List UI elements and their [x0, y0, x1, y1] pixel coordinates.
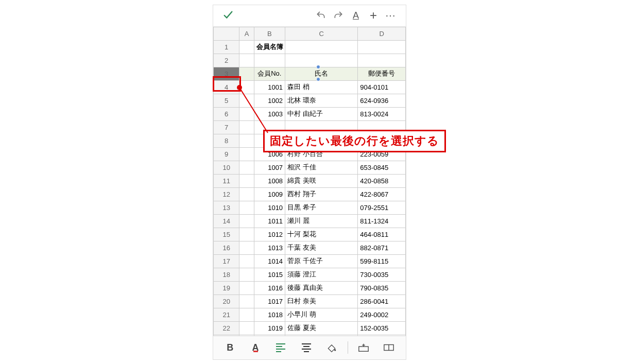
cell-C6[interactable]: 中村 由紀子 — [285, 107, 358, 120]
cell-D2[interactable] — [358, 54, 406, 67]
cell-A9[interactable] — [239, 147, 254, 161]
cell-C18[interactable]: 須藤 澄江 — [285, 268, 358, 281]
selection-handle[interactable] — [316, 65, 320, 69]
cell-D10[interactable]: 653-0845 — [358, 161, 406, 174]
undo-button[interactable] — [312, 7, 330, 24]
font-color-button[interactable]: A — [246, 338, 265, 357]
corner-cell[interactable] — [214, 27, 239, 40]
cell-A14[interactable] — [239, 214, 254, 228]
insert-button[interactable]: + — [365, 7, 382, 24]
cell-B1[interactable]: 会員名簿 — [254, 40, 285, 54]
row-18[interactable]: 181015須藤 澄江730-0035 — [214, 268, 406, 281]
cell-C21[interactable]: 小早川 萌 — [285, 308, 358, 321]
cell-B18[interactable]: 1015 — [254, 268, 285, 281]
cell-A4[interactable] — [239, 80, 254, 94]
cell-C3[interactable]: 氏名 — [285, 67, 358, 80]
cell-D4[interactable]: 904-0101 — [358, 80, 406, 94]
cell-B21[interactable]: 1018 — [254, 308, 285, 321]
row-20[interactable]: 201017臼村 奈美286-0041 — [214, 294, 406, 308]
cell-D22[interactable]: 152-0035 — [358, 321, 406, 335]
row-header-13[interactable]: 13 — [214, 201, 239, 214]
cell-C11[interactable]: 綿貫 美咲 — [285, 174, 358, 187]
cell-C13[interactable]: 目黒 希子 — [285, 201, 358, 214]
cell-A5[interactable] — [239, 94, 254, 107]
cell-D19[interactable]: 790-0835 — [358, 281, 406, 294]
fill-color-button[interactable] — [322, 338, 341, 357]
row-header-16[interactable]: 16 — [214, 241, 239, 254]
cell-C17[interactable]: 菅原 千佐子 — [285, 254, 358, 268]
row-header-19[interactable]: 19 — [214, 281, 239, 294]
cell-B3[interactable]: 会員No. — [254, 67, 285, 80]
more-button[interactable]: ⋯ — [382, 7, 400, 24]
row-header-12[interactable]: 12 — [214, 187, 239, 201]
row-header-5[interactable]: 5 — [214, 94, 239, 107]
cell-B22[interactable]: 1019 — [254, 321, 285, 335]
row-header-1[interactable]: 1 — [214, 40, 239, 54]
cell-A10[interactable] — [239, 161, 254, 174]
cell-A2[interactable] — [239, 54, 254, 67]
col-header-A[interactable]: A — [239, 27, 254, 40]
merge-cell-button[interactable] — [379, 338, 399, 357]
row-header-22[interactable]: 22 — [214, 321, 239, 335]
cell-D14[interactable]: 811-1324 — [358, 214, 406, 228]
align-left-button[interactable] — [271, 338, 290, 357]
confirm-button[interactable] — [219, 7, 237, 24]
cell-B10[interactable]: 1007 — [254, 161, 285, 174]
cell-A16[interactable] — [239, 241, 254, 254]
cell-B2[interactable] — [254, 54, 285, 67]
cell-A8[interactable] — [239, 134, 254, 147]
sheet-grid[interactable]: A B C D 1会員名簿23会員No.氏名郵便番号41001森田 梢904-0… — [213, 27, 406, 336]
row-19[interactable]: 191016後藤 真由美790-0835 — [214, 281, 406, 294]
row-header-21[interactable]: 21 — [214, 308, 239, 321]
cell-C1[interactable] — [285, 40, 358, 54]
cell-A7[interactable] — [239, 120, 254, 134]
cell-C5[interactable]: 北林 環奈 — [285, 94, 358, 107]
cell-C12[interactable]: 西村 翔子 — [285, 187, 358, 201]
row-16[interactable]: 161013千葉 友美882-0871 — [214, 241, 406, 254]
cell-B6[interactable]: 1003 — [254, 107, 285, 120]
row-header-9[interactable]: 9 — [214, 147, 239, 161]
cell-C16[interactable]: 千葉 友美 — [285, 241, 358, 254]
row-header-6[interactable]: 6 — [214, 107, 239, 120]
cell-A15[interactable] — [239, 228, 254, 241]
row-header-2[interactable]: 2 — [214, 54, 239, 67]
row-10[interactable]: 101007相沢 千佳653-0845 — [214, 161, 406, 174]
align-center-button[interactable] — [297, 338, 316, 357]
insert-cell-button[interactable] — [354, 338, 373, 357]
row-15[interactable]: 151012十河 梨花464-0811 — [214, 228, 406, 241]
row-4[interactable]: 41001森田 梢904-0101 — [214, 80, 406, 94]
cell-B19[interactable]: 1016 — [254, 281, 285, 294]
cell-C20[interactable]: 臼村 奈美 — [285, 294, 358, 308]
redo-button[interactable] — [330, 7, 347, 24]
cell-A21[interactable] — [239, 308, 254, 321]
selection-handle[interactable] — [316, 77, 320, 81]
row-14[interactable]: 141011瀬川 麗811-1324 — [214, 214, 406, 228]
cell-D21[interactable]: 249-0002 — [358, 308, 406, 321]
cell-D18[interactable]: 730-0035 — [358, 268, 406, 281]
row-header-10[interactable]: 10 — [214, 161, 239, 174]
row-header-8[interactable]: 8 — [214, 134, 239, 147]
cell-D1[interactable] — [358, 40, 406, 54]
col-header-C[interactable]: C — [285, 27, 358, 40]
cell-C2[interactable] — [285, 54, 358, 67]
cell-B4[interactable]: 1001 — [254, 80, 285, 94]
row-header-7[interactable]: 7 — [214, 120, 239, 134]
cell-A1[interactable] — [239, 40, 254, 54]
row-22[interactable]: 221019佐藤 夏美152-0035 — [214, 321, 406, 335]
cell-D13[interactable]: 079-2551 — [358, 201, 406, 214]
cell-A12[interactable] — [239, 187, 254, 201]
cell-B15[interactable]: 1012 — [254, 228, 285, 241]
cell-C4[interactable]: 森田 梢 — [285, 80, 358, 94]
row-6[interactable]: 61003中村 由紀子813-0024 — [214, 107, 406, 120]
col-header-B[interactable]: B — [254, 27, 285, 40]
row-2[interactable]: 2 — [214, 54, 406, 67]
cell-B5[interactable]: 1002 — [254, 94, 285, 107]
cell-A6[interactable] — [239, 107, 254, 120]
cell-C19[interactable]: 後藤 真由美 — [285, 281, 358, 294]
cell-B11[interactable]: 1008 — [254, 174, 285, 187]
cell-A11[interactable] — [239, 174, 254, 187]
row-header-15[interactable]: 15 — [214, 228, 239, 241]
row-header-18[interactable]: 18 — [214, 268, 239, 281]
cell-A22[interactable] — [239, 321, 254, 335]
cell-A18[interactable] — [239, 268, 254, 281]
